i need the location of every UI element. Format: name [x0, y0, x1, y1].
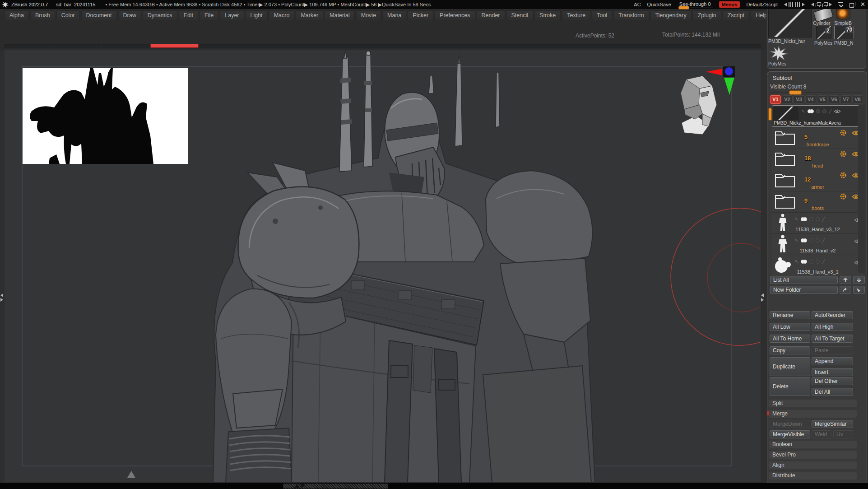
polypaint-toggle2-icon[interactable]	[803, 260, 807, 264]
gear-icon[interactable]	[840, 129, 847, 138]
uv-toggle-icon[interactable]	[816, 217, 820, 221]
subtool-item[interactable]: ↖ ╱ 11538_Hand_v3_12	[772, 213, 863, 234]
menu-item[interactable]: Material	[325, 10, 354, 20]
delete-button[interactable]: Delete	[770, 377, 810, 396]
document-top-scrollbar[interactable]	[5, 44, 761, 48]
menu-item[interactable]: Mana	[382, 10, 406, 20]
brush-toggle-icon[interactable]: ╱	[822, 217, 825, 222]
select-cursor-icon[interactable]: ↖	[801, 108, 805, 114]
sculpt-canvas[interactable]	[5, 50, 761, 482]
merge-down-button[interactable]: MergeDown	[770, 420, 810, 428]
select-cursor-icon[interactable]: ↖	[794, 216, 798, 222]
right-divider-handle[interactable]	[761, 293, 764, 302]
copy-button[interactable]: Copy	[770, 346, 810, 354]
menu-item[interactable]: Edit	[179, 10, 199, 20]
canvas-bottom-arrow[interactable]	[127, 471, 135, 478]
select-cursor-icon[interactable]: ↖	[794, 238, 798, 243]
menu-item[interactable]: Dynamics	[143, 10, 177, 20]
visible-count-handle[interactable]	[789, 90, 802, 95]
brush-toggle-icon[interactable]: ╱	[829, 109, 831, 114]
menu-item[interactable]: File	[200, 10, 218, 20]
subtool-item[interactable]: 12	[772, 170, 863, 191]
brush-toggle-icon[interactable]: ╱	[822, 238, 825, 243]
visibility-eye-icon[interactable]	[834, 109, 841, 114]
menu-item[interactable]: Tiengendary	[650, 10, 692, 20]
default-zscript-button[interactable]: DefaultZScript	[746, 2, 778, 7]
layer-toggle-icon[interactable]	[809, 260, 813, 264]
move-into-folder-button[interactable]	[853, 286, 865, 294]
menu-item[interactable]: Document	[81, 10, 117, 20]
move-up-button[interactable]	[840, 276, 851, 284]
paste-button[interactable]: Paste	[812, 346, 853, 354]
scroll-down-icon[interactable]	[300, 484, 305, 488]
select-cursor-icon[interactable]: ↖	[794, 259, 798, 265]
axis-x-arrow[interactable]	[706, 69, 722, 75]
version-button[interactable]: V8	[852, 95, 863, 104]
menu-item[interactable]: Zscript	[723, 10, 750, 20]
ac-button[interactable]: AC	[634, 2, 641, 7]
version-button[interactable]: V5	[817, 95, 828, 104]
menu-item[interactable]: Preferences	[435, 10, 475, 20]
menu-item[interactable]: Macro	[269, 10, 295, 20]
append-button[interactable]: Append	[812, 357, 853, 365]
layer-toggle-icon[interactable]	[816, 109, 820, 113]
brush-toggle-icon[interactable]: ╱	[822, 259, 825, 264]
menu-item[interactable]: Stencil	[506, 10, 534, 20]
split-section-button[interactable]: Split	[769, 400, 857, 407]
tool-thumb-simplebrush[interactable]	[836, 9, 850, 19]
left-divider-handle[interactable]	[0, 293, 3, 302]
menu-item[interactable]: Transform	[613, 10, 649, 20]
weld-button[interactable]: Weld	[812, 430, 831, 438]
gear-icon[interactable]	[840, 193, 847, 202]
see-through-slider[interactable]: See-through 0	[678, 1, 713, 8]
layer-toggle-icon[interactable]	[809, 217, 813, 221]
gear-icon[interactable]	[840, 172, 847, 181]
subtool-scrollbar-gutter[interactable]	[858, 105, 865, 273]
all-to-home-button[interactable]: All To Home	[770, 335, 810, 343]
alpha-thumbnail[interactable]	[23, 68, 188, 164]
menu-item[interactable]: Picker	[408, 10, 433, 20]
del-other-button[interactable]: Del Other	[812, 377, 853, 385]
bevel-pro-section-button[interactable]: Bevel Pro	[769, 451, 857, 459]
uv-toggle-icon[interactable]	[822, 109, 826, 113]
del-all-button[interactable]: Del All	[812, 388, 853, 396]
version-button[interactable]: V2	[782, 95, 793, 104]
move-down-button[interactable]	[853, 276, 865, 284]
new-folder-button[interactable]: New Folder	[770, 286, 838, 294]
menu-item[interactable]: Movie	[356, 10, 381, 20]
menu-item[interactable]: Draw	[118, 10, 141, 20]
layer-toggle-icon[interactable]	[809, 238, 813, 242]
subtool-thumbnail[interactable]	[773, 107, 798, 120]
uv-button[interactable]: Uv	[833, 430, 853, 438]
right-tray-divider[interactable]	[761, 50, 766, 482]
menu-item[interactable]: Layer	[220, 10, 244, 20]
minimize-icon[interactable]	[838, 2, 843, 7]
uv-toggle-icon[interactable]	[816, 260, 820, 264]
merge-section-button[interactable]: Merge	[769, 410, 857, 418]
distribute-section-button[interactable]: Distribute	[769, 472, 857, 480]
polypaint-toggle2-icon[interactable]	[810, 109, 814, 113]
left-tray-slider-icon[interactable]	[784, 2, 805, 7]
version-button[interactable]: V6	[829, 95, 840, 104]
align-section-button[interactable]: Align	[769, 461, 857, 469]
autoreorder-button[interactable]: AutoReorder	[812, 311, 853, 319]
version-button[interactable]: V1	[770, 95, 781, 104]
menus-toggle-button[interactable]: Menus	[719, 1, 740, 8]
version-button[interactable]: V4	[805, 95, 816, 104]
all-to-target-button[interactable]: All To Target	[812, 335, 853, 343]
menu-item[interactable]: Marker	[296, 10, 323, 20]
merge-similar-button[interactable]: MergeSimilar	[812, 420, 853, 428]
subtool-item[interactable]: 5	[772, 128, 863, 149]
subtool-item[interactable]: ↖ ╱ 11538_Hand_v3_1	[772, 255, 863, 276]
subtool-item[interactable]: ↖ ╱ 11538_Hand_v2	[772, 234, 863, 255]
version-button[interactable]: V3	[794, 95, 804, 104]
subtool-scroll-indicator[interactable]	[768, 108, 772, 121]
polypaint-toggle2-icon[interactable]	[803, 217, 807, 221]
list-all-button[interactable]: List All	[770, 276, 838, 284]
uv-toggle-icon[interactable]	[816, 238, 820, 242]
active-tool-thumbnail[interactable]	[768, 9, 812, 37]
axis-y-arrow[interactable]	[724, 78, 734, 95]
menu-item[interactable]: Color	[56, 10, 80, 20]
scrollbar-active-segment[interactable]	[150, 44, 199, 48]
visible-count-slider[interactable]: Visible Count 8	[770, 84, 807, 90]
